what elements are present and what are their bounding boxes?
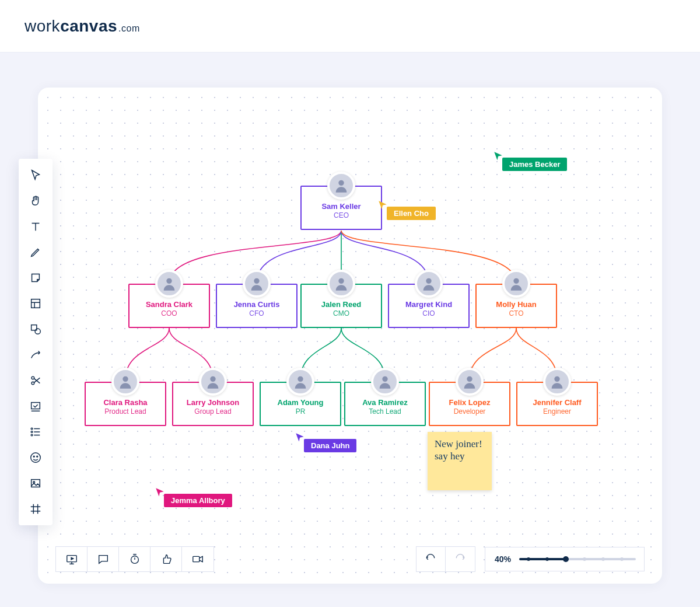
node-role: CIO [389,309,468,318]
vote-tool[interactable] [27,398,44,414]
node-role: Tech Lead [345,407,425,416]
svg-point-7 [210,376,215,382]
svg-point-6 [123,376,128,382]
svg-point-23 [31,434,33,436]
thumbs-up-icon [160,553,173,566]
undo-button[interactable] [416,547,446,571]
svg-point-26 [37,456,38,457]
node-pr[interactable]: Adam Young PR [260,382,341,426]
node-cio[interactable]: Margret Kind CIO [388,284,470,328]
reactions-button[interactable] [150,547,182,571]
list-tool[interactable] [27,424,44,440]
connectors [38,88,662,584]
avatar [502,270,530,298]
sticky-note[interactable]: New joiner! say hey [428,432,492,490]
frame-tool[interactable] [27,295,44,312]
svg-point-25 [33,456,34,457]
svg-point-4 [426,278,431,284]
node-group-lead[interactable]: Larry Johnson Group Lead [172,382,254,426]
avatar [327,270,355,298]
node-name: Molly Huan [477,300,556,309]
node-role: COO [130,309,209,318]
bottom-right-bar: 40% [416,546,645,572]
avatar [415,270,443,298]
comment-icon [97,553,110,566]
avatar [456,368,484,396]
shape-tool[interactable] [27,321,44,337]
svg-rect-14 [193,556,200,561]
node-name: Clara Rasha [86,398,165,407]
svg-rect-27 [32,480,40,487]
node-product-lead[interactable]: Clara Rasha Product Lead [85,382,166,426]
presence-dana: Dana Juhn [295,432,356,452]
node-role: CMO [302,309,381,318]
redo-icon [454,553,466,565]
record-button[interactable] [182,547,214,571]
presence-james: James Becker [493,151,567,171]
layout-icon [29,297,42,310]
svg-point-24 [31,453,41,463]
node-role: PR [261,407,340,416]
scissors-tool[interactable] [27,372,44,389]
node-role: Engineer [517,407,597,416]
text-tool[interactable] [27,218,44,235]
list-icon [29,425,42,438]
grid-tool[interactable] [27,501,44,517]
timer-icon [128,553,141,566]
node-cmo[interactable]: Jalen Reed CMO [300,284,382,328]
connector-tool[interactable] [27,347,44,363]
video-icon [191,553,204,566]
logo-part1: work [24,17,60,35]
node-cto[interactable]: Molly Huan CTO [475,284,557,328]
logo-suffix: .com [118,23,140,33]
node-role: Developer [430,407,509,416]
node-name: Felix Lopez [430,398,509,407]
node-name: Ava Ramirez [345,398,425,407]
canvas-stage[interactable]: Sam Keller CEO Sandra Clark COO Jenna Cu… [38,88,662,584]
node-name: Jennifer Claff [517,398,597,407]
node-engineer[interactable]: Jennifer Claff Engineer [516,382,598,426]
redo-button[interactable] [446,547,475,571]
svg-point-1 [166,278,172,284]
node-tech-lead[interactable]: Ava Ramirez Tech Lead [344,382,426,426]
select-tool[interactable] [27,167,44,183]
svg-point-10 [467,376,472,382]
app-header: workcanvas.com [0,0,700,53]
text-icon [29,220,42,233]
timer-button[interactable] [119,547,150,571]
logo-part2: canvas [60,17,117,35]
svg-point-17 [35,329,40,334]
node-role: Product Lead [86,407,165,416]
node-name: Larry Johnson [173,398,253,407]
pan-tool[interactable] [27,193,44,209]
node-role: Group Lead [173,407,253,416]
node-name: Jenna Curtis [217,300,296,309]
node-cfo[interactable]: Jenna Curtis CFO [216,284,298,328]
present-button[interactable] [56,547,88,571]
sticky-text: New joiner! say hey [435,438,482,462]
image-tool[interactable] [27,475,44,491]
avatar [327,172,355,200]
emoji-icon [29,451,42,464]
node-coo[interactable]: Sandra Clark COO [128,284,210,328]
svg-point-0 [338,180,344,186]
hand-icon [29,194,42,207]
node-developer[interactable]: Felix Lopez Developer [429,382,510,426]
zoom-control[interactable]: 40% [485,547,645,571]
shapes-icon [29,323,42,336]
pen-tool[interactable] [27,244,44,260]
zoom-slider[interactable] [519,558,636,560]
node-ceo[interactable]: Sam Keller CEO [300,186,382,230]
node-role: CEO [302,211,381,219]
node-role: CTO [477,309,556,318]
svg-point-8 [298,376,303,382]
undo-redo-group [416,546,475,572]
presence-label: Ellen Cho [387,207,436,220]
emoji-tool[interactable] [27,449,44,466]
logo: workcanvas.com [24,17,140,36]
pointer-icon [29,169,42,182]
sticky-tool[interactable] [27,270,44,286]
svg-point-3 [338,278,344,284]
avatar [155,270,183,298]
comments-button[interactable] [88,547,119,571]
